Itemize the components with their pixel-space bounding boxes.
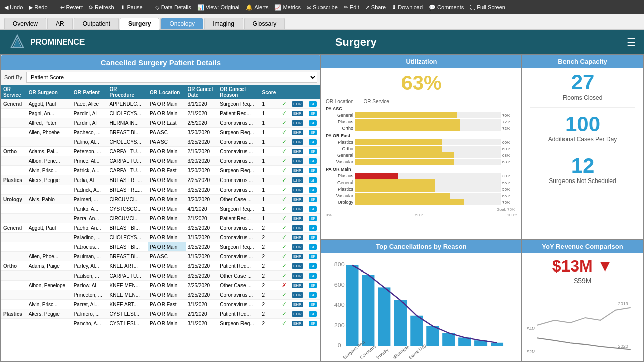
cell-service bbox=[1, 242, 27, 252]
cell-cancel-reason: Coronavirus ... bbox=[218, 156, 260, 166]
ehr-button[interactable]: EHR bbox=[292, 197, 303, 202]
bench-panel: Bench Capacity 27 Rooms Closed 100 Addit… bbox=[522, 55, 643, 239]
tab-overview[interactable]: Overview bbox=[4, 18, 46, 29]
sf-button[interactable]: SF bbox=[309, 111, 317, 116]
sf-button[interactable]: SF bbox=[309, 216, 317, 221]
ehr-button[interactable]: EHR bbox=[292, 254, 303, 259]
alerts-button[interactable]: 🔔 Alerts bbox=[246, 4, 268, 11]
data-details-button[interactable]: ◇ Data Details bbox=[155, 4, 191, 11]
ehr-button[interactable]: EHR bbox=[292, 130, 303, 135]
bar-fill bbox=[355, 173, 398, 179]
tab-imaging[interactable]: Imaging bbox=[204, 18, 243, 29]
tab-surgery[interactable]: Surgery bbox=[120, 18, 159, 30]
sf-button[interactable]: SF bbox=[309, 187, 317, 193]
sf-button[interactable]: SF bbox=[309, 158, 317, 164]
sf-button[interactable]: SF bbox=[309, 283, 317, 288]
sf-button[interactable]: SF bbox=[309, 168, 317, 173]
cell-cancel-reason: Coronavirus ... bbox=[218, 233, 260, 242]
sf-button[interactable]: SF bbox=[309, 177, 317, 183]
cell-patient: Pardini, Al bbox=[72, 109, 108, 118]
ehr-button[interactable]: EHR bbox=[292, 216, 303, 221]
metrics-button[interactable]: 📈 Metrics bbox=[274, 4, 300, 11]
cell-sf: SF bbox=[307, 233, 320, 242]
sf-button[interactable]: SF bbox=[309, 254, 317, 259]
sf-button[interactable]: SF bbox=[309, 263, 317, 269]
ehr-button[interactable]: EHR bbox=[292, 158, 303, 164]
cell-cancel-reason: Other Case ... bbox=[218, 281, 260, 290]
ehr-button[interactable]: EHR bbox=[292, 273, 303, 279]
bar-section-location: PA OR East bbox=[326, 133, 517, 138]
sf-button[interactable]: SF bbox=[309, 120, 317, 126]
sf-button[interactable]: SF bbox=[309, 244, 317, 250]
sf-button[interactable]: SF bbox=[309, 225, 317, 231]
comments-button[interactable]: 💬 Comments bbox=[429, 4, 464, 11]
table-row: Allen, Phoe... Paulman, ... BREAST BI...… bbox=[1, 252, 320, 261]
cell-service bbox=[1, 128, 27, 137]
ehr-button[interactable]: EHR bbox=[292, 225, 303, 231]
ehr-button[interactable]: EHR bbox=[292, 111, 303, 116]
tab-oncology[interactable]: Oncology bbox=[160, 18, 203, 29]
ehr-button[interactable]: EHR bbox=[292, 206, 303, 212]
cell-cancel-date: 3/25/2020 bbox=[186, 242, 218, 252]
content-area: Cancelled Surgery Patient Details Sort B… bbox=[0, 54, 644, 362]
tab-outpatient[interactable]: Outpatient bbox=[74, 18, 119, 29]
bar-pct-label: 68% bbox=[502, 160, 517, 164]
tab-glossary[interactable]: Glossary bbox=[244, 18, 285, 29]
check-icon: ✓ bbox=[282, 176, 287, 184]
refresh-button[interactable]: ⟳ Refresh bbox=[89, 4, 114, 11]
ehr-button[interactable]: EHR bbox=[292, 168, 303, 173]
revert-button[interactable]: ↩ Revert bbox=[60, 4, 83, 11]
ehr-button[interactable]: EHR bbox=[292, 120, 303, 126]
ehr-button[interactable]: EHR bbox=[292, 235, 303, 240]
ehr-button[interactable]: EHR bbox=[292, 139, 303, 145]
redo-button[interactable]: ▶ Redo bbox=[29, 4, 47, 11]
ehr-button[interactable]: EHR bbox=[292, 149, 303, 154]
ehr-button[interactable]: EHR bbox=[292, 244, 303, 250]
ehr-button[interactable]: EHR bbox=[292, 292, 303, 298]
sf-button[interactable]: SF bbox=[309, 235, 317, 240]
table-container[interactable]: ORService OR Surgeon OR Patient ORProced… bbox=[1, 85, 320, 361]
sf-button[interactable]: SF bbox=[309, 311, 317, 317]
share-button[interactable]: ↗ Share bbox=[365, 4, 386, 11]
ehr-button[interactable]: EHR bbox=[292, 321, 303, 326]
hamburger-menu[interactable]: ☰ bbox=[627, 36, 636, 48]
sf-button[interactable]: SF bbox=[309, 302, 317, 307]
sort-select[interactable]: Patient Score bbox=[26, 72, 317, 83]
sf-button[interactable]: SF bbox=[309, 130, 317, 135]
sf-button[interactable]: SF bbox=[309, 273, 317, 279]
ehr-button[interactable]: EHR bbox=[292, 283, 303, 288]
cell-patient: Palino, Al... bbox=[72, 137, 108, 147]
cell-procedure: CYST LESI... bbox=[108, 319, 148, 328]
svg-rect-11 bbox=[410, 316, 423, 346]
edit-button[interactable]: ✏ Edit bbox=[344, 4, 359, 11]
sf-button[interactable]: SF bbox=[309, 292, 317, 298]
cell-check: ✓ bbox=[280, 147, 290, 156]
fullscreen-button[interactable]: ⛶ Full Screen bbox=[470, 4, 505, 10]
view-button[interactable]: 📊 View: Original bbox=[197, 4, 240, 11]
ehr-button[interactable]: EHR bbox=[292, 101, 303, 107]
subscribe-button[interactable]: ✉ Subscribe bbox=[307, 4, 338, 11]
sf-button[interactable]: SF bbox=[309, 197, 317, 202]
tab-ar[interactable]: AR bbox=[47, 18, 73, 29]
cell-ehr: EHR bbox=[290, 128, 307, 137]
ehr-button[interactable]: EHR bbox=[292, 177, 303, 183]
cell-check: ✓ bbox=[280, 128, 290, 137]
svg-rect-12 bbox=[426, 326, 439, 346]
sf-button[interactable]: SF bbox=[309, 206, 317, 212]
cell-location: PA OR Main bbox=[148, 195, 186, 204]
sf-button[interactable]: SF bbox=[309, 139, 317, 145]
bar-label: Plastics bbox=[326, 119, 353, 124]
pause-button[interactable]: ⏸ Pause bbox=[120, 4, 143, 10]
ehr-button[interactable]: EHR bbox=[292, 263, 303, 269]
sf-button[interactable]: SF bbox=[309, 101, 317, 107]
sf-button[interactable]: SF bbox=[309, 149, 317, 154]
sf-button[interactable]: SF bbox=[309, 321, 317, 326]
cell-score: 2 bbox=[260, 233, 280, 242]
ehr-button[interactable]: EHR bbox=[292, 302, 303, 307]
cell-service: Plastics bbox=[1, 175, 27, 185]
download-button[interactable]: ⬇ Download bbox=[392, 4, 423, 11]
undo-button[interactable]: ◀ Undo bbox=[4, 4, 23, 11]
table-row: Ortho Adams, Pai... Peterson, ... CARPAL… bbox=[1, 147, 320, 156]
ehr-button[interactable]: EHR bbox=[292, 187, 303, 193]
ehr-button[interactable]: EHR bbox=[292, 311, 303, 317]
